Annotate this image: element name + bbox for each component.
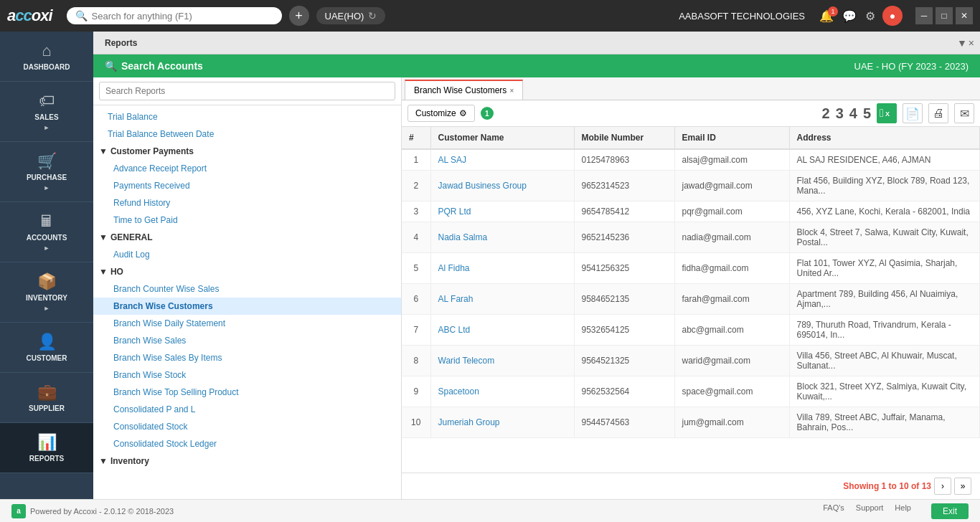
excel-export-button[interactable]:  X	[877, 103, 897, 123]
customize-button[interactable]: Customize ⚙	[407, 105, 475, 122]
maximize-button[interactable]: □	[936, 7, 953, 24]
bell-icon[interactable]: 🔔1	[819, 9, 834, 23]
tree-item-time-to-get-paid[interactable]: Time to Get Paid	[93, 212, 401, 229]
table-row: 10 Jumeriah Group 9544574563 jum@gmail.c…	[402, 407, 980, 438]
toolbar: Customize ⚙ 1 2 3 4 5  X �	[402, 100, 980, 127]
cell-num: 6	[402, 284, 430, 315]
cell-customer-name[interactable]: AL Farah	[430, 284, 574, 315]
print-button[interactable]: 🖨	[928, 103, 948, 123]
cell-address: AL SAJ RESIDENCE, A46, AJMAN	[789, 149, 980, 171]
tree-section-general[interactable]: ▼ GENERAL	[93, 229, 401, 246]
tab-close-button[interactable]: ×	[969, 37, 974, 49]
tab-expand-button[interactable]: ▼	[957, 37, 967, 49]
tree-item-consolidated-stock[interactable]: Consolidated Stock	[93, 418, 401, 435]
tree-item-branch-wise-customers[interactable]: Branch Wise Customers	[93, 298, 401, 315]
tree-item-consolidated-p-l[interactable]: Consolidated P and L	[93, 401, 401, 418]
tree-item-branch-wise-daily-statement[interactable]: Branch Wise Daily Statement	[93, 315, 401, 332]
sidebar-item-purchase[interactable]: 🛒 PURCHASE ►	[0, 142, 93, 202]
tree-item-branch-wise-sales[interactable]: Branch Wise Sales	[93, 332, 401, 349]
tree-item-advance-receipt[interactable]: Advance Receipt Report	[93, 160, 401, 177]
table-container: # Customer Name Mobile Number Email ID A…	[402, 127, 980, 473]
sidebar-item-inventory[interactable]: 📦 INVENTORY ►	[0, 262, 93, 323]
cell-num: 7	[402, 315, 430, 346]
reports-tab-label: Reports	[99, 38, 143, 48]
tree-item-trial-balance-date[interactable]: Trial Balance Between Date	[93, 125, 401, 143]
cell-address: Flat 456, Building XYZ, Block 789, Road …	[789, 171, 980, 201]
notification-badge: 1	[828, 6, 838, 16]
sidebar-item-dashboard[interactable]: ⌂ DASHBOARD	[0, 32, 93, 82]
sidebar-item-supplier[interactable]: 💼 SUPPLIER	[0, 373, 93, 423]
global-search-bar[interactable]: 🔍	[67, 7, 282, 24]
main-layout: ⌂ DASHBOARD 🏷 SALES ► 🛒 PURCHASE ► 🖩 ACC…	[0, 32, 980, 499]
content-area: Reports ▼ × 🔍 Search Accounts UAE - HO (…	[93, 32, 980, 499]
global-search-input[interactable]	[92, 11, 264, 22]
cell-customer-name[interactable]: Spacetoon	[430, 376, 574, 407]
company-selector[interactable]: UAE(HO) ↻	[316, 7, 386, 24]
settings-icon[interactable]: ⚙	[865, 9, 875, 23]
table-row: 5 Al Fidha 9541256325 fidha@gmail.com Fl…	[402, 253, 980, 284]
svg-text:X: X	[885, 110, 890, 118]
close-window-button[interactable]: ✕	[956, 7, 973, 24]
cell-customer-name[interactable]: Warid Telecom	[430, 346, 574, 376]
support-link[interactable]: Support	[856, 503, 884, 519]
tree-item-branch-wise-stock[interactable]: Branch Wise Stock	[93, 366, 401, 384]
add-button[interactable]: +	[289, 6, 309, 26]
exit-button[interactable]: Exit	[931, 503, 969, 519]
tree-item-audit-log[interactable]: Audit Log	[93, 246, 401, 263]
next-page-button[interactable]: ›	[934, 478, 951, 495]
tree-item-payments-received[interactable]: Payments Received	[93, 177, 401, 194]
accounts-arrow-icon: ►	[44, 245, 50, 252]
help-link[interactable]: Help	[895, 503, 911, 519]
excel-svg-icon: X	[884, 108, 894, 118]
search-reports-container	[93, 77, 401, 105]
tree-item-trial-balance[interactable]: Trial Balance	[93, 108, 401, 125]
cell-customer-name[interactable]: PQR Ltd	[430, 201, 574, 222]
table-row: 1 AL SAJ 0125478963 alsaj@gmail.com AL S…	[402, 149, 980, 171]
sidebar-item-accounts[interactable]: 🖩 ACCOUNTS ►	[0, 202, 93, 262]
tree-section-ho[interactable]: ▼ HO	[93, 263, 401, 280]
sidebar-item-reports[interactable]: 📊 REPORTS	[0, 423, 93, 473]
faqs-link[interactable]: FAQ's	[823, 503, 844, 519]
tree-item-branch-wise-top-selling[interactable]: Branch Wise Top Selling Product	[93, 384, 401, 401]
tree-item-refund-history[interactable]: Refund History	[93, 194, 401, 212]
sub-tab-branch-wise-customers[interactable]: Branch Wise Customers ×	[405, 80, 523, 100]
cell-customer-name[interactable]: ABC Ltd	[430, 315, 574, 346]
cell-customer-name[interactable]: Jawad Business Group	[430, 171, 574, 201]
tree-item-consolidated-stock-ledger[interactable]: Consolidated Stock Ledger	[93, 435, 401, 452]
sidebar-item-customer[interactable]: 👤 CUSTOMER	[0, 323, 93, 373]
email-button[interactable]: ✉	[954, 103, 974, 123]
section-label: Customer Payments	[110, 146, 194, 156]
cell-address: Flat 101, Tower XYZ, Al Qasimia, Sharjah…	[789, 253, 980, 284]
cell-customer-name[interactable]: AL SAJ	[430, 149, 574, 171]
section-ho-arrow-icon: ▼	[99, 267, 108, 277]
refresh-icon[interactable]: ↻	[368, 10, 377, 22]
tree-section-customer-payments[interactable]: ▼ Customer Payments	[93, 143, 401, 160]
company-label: UAE(HO)	[325, 11, 364, 22]
minimize-button[interactable]: ─	[915, 7, 933, 24]
customer-icon: 👤	[37, 333, 57, 351]
section-general-arrow-icon: ▼	[99, 232, 108, 242]
cell-customer-name[interactable]: Jumeriah Group	[430, 407, 574, 438]
user-avatar[interactable]: ●	[882, 6, 903, 26]
inventory-arrow-icon: ►	[44, 305, 50, 312]
tree-item-branch-counter-wise-sales[interactable]: Branch Counter Wise Sales	[93, 280, 401, 298]
tree-section-inventory[interactable]: ▼ Inventory	[93, 452, 401, 470]
cell-customer-name[interactable]: Al Fidha	[430, 253, 574, 284]
pdf-export-button[interactable]: 📄	[903, 103, 923, 123]
cell-num: 2	[402, 171, 430, 201]
tab-bar: Reports ▼ ×	[93, 32, 980, 54]
cell-mobile: 9562532564	[574, 376, 674, 407]
panel-layout: Trial Balance Trial Balance Between Date…	[93, 77, 980, 499]
accounts-icon: 🖩	[39, 212, 55, 231]
customize-label: Customize	[415, 108, 456, 118]
pagination-showing-prefix: Showing	[843, 481, 881, 491]
chat-icon[interactable]: 💬	[842, 9, 857, 23]
sidebar-item-sales[interactable]: 🏷 SALES ►	[0, 82, 93, 142]
search-reports-input[interactable]	[99, 82, 395, 100]
cell-customer-name[interactable]: Nadia Salma	[430, 222, 574, 253]
last-page-button[interactable]: »	[954, 478, 971, 495]
col-header-num: #	[402, 127, 430, 149]
table-body: 1 AL SAJ 0125478963 alsaj@gmail.com AL S…	[402, 149, 980, 438]
sub-tab-close-icon[interactable]: ×	[509, 87, 514, 95]
tree-item-branch-wise-sales-by-items[interactable]: Branch Wise Sales By Items	[93, 349, 401, 366]
